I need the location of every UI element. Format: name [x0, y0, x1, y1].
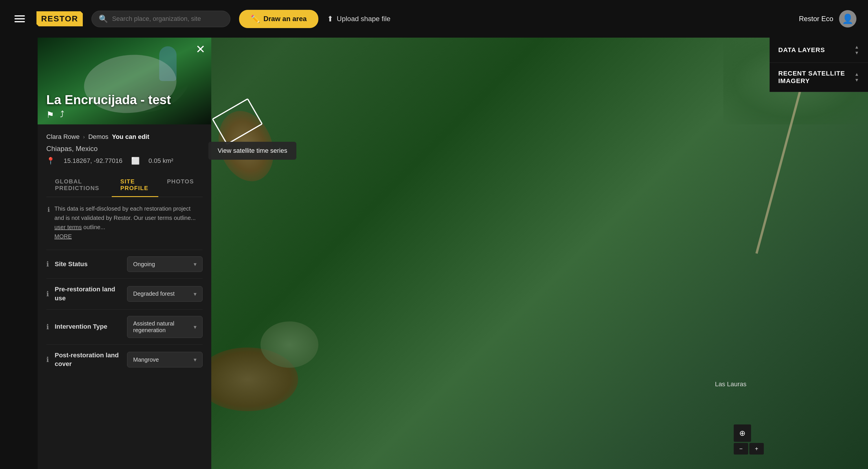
tab-photos[interactable]: PHOTOS — [158, 174, 203, 197]
user-terms-link[interactable]: user terms — [54, 224, 82, 230]
upload-label: Upload shape file — [337, 15, 391, 23]
more-link[interactable]: MORE — [54, 233, 72, 240]
left-edge-overlay — [0, 0, 38, 469]
avatar[interactable]: 👤 — [839, 10, 857, 28]
field-site-status: ℹ Site Status Ongoing ▾ — [46, 250, 203, 278]
tab-global-predictions[interactable]: GLOBAL PREDICTIONS — [46, 174, 112, 197]
pre-restoration-label: Pre-restoration land use — [55, 285, 121, 303]
location-name: Chiapas, Mexico — [46, 145, 203, 153]
meta-row: 📍 15.18267, -92.77016 ⬜ 0.05 km² — [46, 157, 203, 165]
upload-icon: ⬆ — [327, 14, 334, 24]
right-panel: DATA LAYERS ▲ ▼ RECENT SATELLITE IMAGERY… — [770, 38, 868, 92]
intervention-type-label: Intervention Type — [55, 322, 121, 331]
intervention-type-select[interactable]: Assisted natural regeneration ▾ — [127, 316, 203, 338]
hamburger-button[interactable] — [11, 12, 28, 25]
recent-satellite-imagery-item[interactable]: RECENT SATELLITE IMAGERY ▲ ▼ — [770, 63, 868, 92]
info-notice: ℹ This data is self-disclosed by each re… — [46, 204, 203, 241]
post-restoration-value: Mangrove — [133, 356, 159, 363]
field-post-restoration: ℹ Post-restoration land cover Mangrove ▾ — [46, 344, 203, 375]
breadcrumb: Clara Rowe › Demos You can edit — [46, 133, 203, 140]
tab-site-profile[interactable]: SITE PROFILE — [112, 174, 158, 197]
pencil-icon: ✏️ — [251, 14, 260, 24]
chevron-down-icon-4: ▾ — [194, 356, 196, 363]
logo-text: RESTOR — [41, 14, 78, 23]
recent-satellite-label: RECENT SATELLITE IMAGERY — [778, 70, 855, 85]
data-layers-toggle-icon: ▲ ▼ — [855, 44, 859, 56]
pre-restoration-select[interactable]: Degraded forest ▾ — [127, 286, 203, 302]
side-panel: ▶ ✕ La Encrucijada - test ⚑ ⤴ Clara Rowe… — [38, 38, 211, 469]
field-info-icon-1: ℹ — [46, 260, 49, 268]
svg-rect-0 — [212, 99, 262, 145]
coordinates: 15.18267, -92.77016 — [64, 157, 122, 165]
panel-image: ✕ La Encrucijada - test ⚑ ⤴ — [38, 38, 211, 124]
chevron-down-icon-2: ▾ — [194, 290, 196, 298]
intervention-type-value: Assisted natural regeneration — [133, 320, 194, 334]
post-restoration-select[interactable]: Mangrove ▾ — [127, 352, 203, 368]
satellite-time-series-tooltip[interactable]: View satellite time series — [208, 142, 297, 160]
location-pin-icon: 📍 — [46, 157, 55, 165]
share-icon[interactable]: ⤴ — [60, 110, 64, 120]
satellite-imagery-toggle-icon: ▲ ▼ — [855, 72, 859, 83]
draw-area-label: Draw an area — [264, 15, 307, 23]
map-place-label: Las Lauras — [715, 380, 746, 388]
tabs: GLOBAL PREDICTIONS SITE PROFILE PHOTOS — [46, 174, 203, 197]
data-layers-label: DATA LAYERS — [778, 46, 825, 54]
field-intervention-type: ℹ Intervention Type Assisted natural reg… — [46, 309, 203, 344]
location-button[interactable]: ⊕ — [734, 425, 751, 442]
field-info-icon-4: ℹ — [46, 355, 49, 364]
field-info-icon-2: ℹ — [46, 290, 49, 298]
field-pre-restoration: ℹ Pre-restoration land use Degraded fore… — [46, 278, 203, 309]
satellite-tooltip-label: View satellite time series — [218, 147, 287, 154]
search-bar: 🔍 — [91, 11, 230, 27]
site-status-value: Ongoing — [133, 261, 155, 268]
logo[interactable]: RESTOR — [36, 11, 83, 26]
data-layers-item[interactable]: DATA LAYERS ▲ ▼ — [770, 38, 868, 63]
breadcrumb-permission: You can edit — [112, 133, 149, 140]
panel-actions: ⚑ ⤴ — [46, 110, 64, 120]
info-text: This data is self-disclosed by each rest… — [54, 204, 202, 241]
navbar: RESTOR 🔍 ✏️ Draw an area ⬆ Upload shape … — [0, 0, 868, 38]
panel-title: La Encrucijada - test — [46, 93, 203, 107]
pre-restoration-value: Degraded forest — [133, 290, 175, 297]
field-info-icon-3: ℹ — [46, 323, 49, 331]
post-restoration-label: Post-restoration land cover — [55, 351, 121, 369]
breadcrumb-project[interactable]: Demos — [88, 133, 108, 140]
zoom-in-button[interactable]: + — [749, 443, 764, 455]
user-name: Restor Eco — [799, 15, 833, 23]
area-icon: ⬜ — [131, 157, 140, 165]
site-status-select[interactable]: Ongoing ▾ — [127, 256, 203, 272]
panel-content: Clara Rowe › Demos You can edit Chiapas,… — [38, 124, 211, 384]
upload-shapefile-button[interactable]: ⬆ Upload shape file — [327, 14, 391, 24]
user-info: Restor Eco 👤 — [799, 10, 857, 28]
close-button[interactable]: ✕ — [196, 43, 206, 55]
chevron-down-icon-3: ▾ — [194, 323, 196, 331]
breadcrumb-separator: › — [83, 134, 85, 140]
chevron-down-icon-1: ▾ — [194, 261, 196, 268]
zoom-out-button[interactable]: − — [734, 443, 748, 455]
draw-area-button[interactable]: ✏️ Draw an area — [239, 10, 318, 28]
map-controls: ⊕ − + — [734, 425, 764, 455]
expand-panel-button[interactable]: ▶ — [38, 245, 40, 262]
flag-icon[interactable]: ⚑ — [46, 110, 54, 120]
breadcrumb-user[interactable]: Clara Rowe — [46, 133, 80, 140]
site-status-label: Site Status — [55, 260, 121, 269]
area-value: 0.05 km² — [149, 157, 174, 165]
search-icon: 🔍 — [99, 14, 108, 24]
search-input[interactable] — [112, 15, 223, 23]
info-icon: ℹ — [48, 205, 50, 241]
